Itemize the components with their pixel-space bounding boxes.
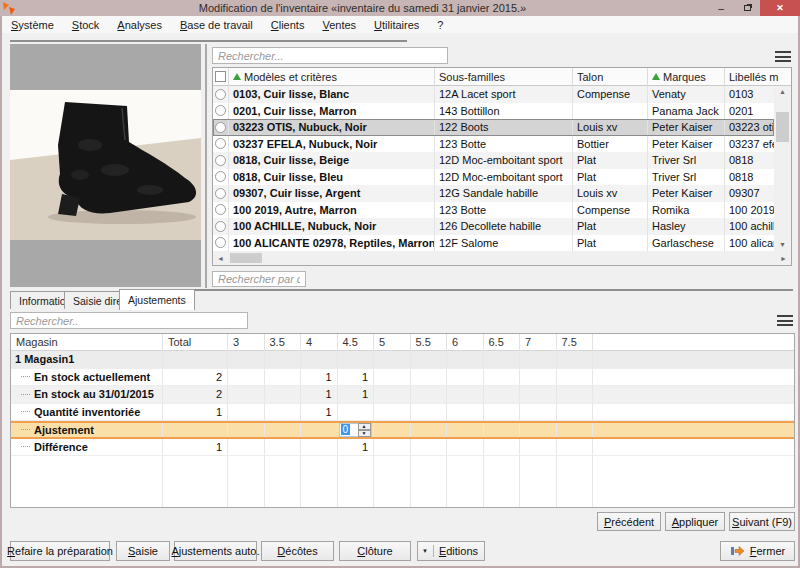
product-row[interactable]: 03223 OTIS, Nubuck, Noir122 BootsLouis x… xyxy=(213,119,774,136)
size-value-cell xyxy=(557,439,594,456)
cell xyxy=(593,386,794,403)
size-value-cell xyxy=(265,369,302,386)
size-search-input[interactable] xyxy=(10,312,248,329)
cell-subfamily: 123 Botte xyxy=(435,136,573,153)
menu-clients[interactable]: Clients xyxy=(262,18,314,32)
size-value-cell xyxy=(228,423,265,437)
row-radio[interactable] xyxy=(215,221,226,232)
menu-utilitaires[interactable]: Utilitaires xyxy=(365,18,428,32)
size-row-quantit-inventori-e[interactable]: Quantité inventoriée11 xyxy=(11,404,794,422)
scroll-left-icon[interactable]: ◄ xyxy=(213,255,228,262)
row-radio[interactable] xyxy=(215,188,226,199)
row-label-cell: En stock actuellement xyxy=(11,369,163,386)
fermer-button[interactable]: Fermer xyxy=(720,541,795,561)
size-row-ajustement[interactable]: Ajustement0▲▼ xyxy=(11,421,794,439)
menu-analyses[interactable]: Analyses xyxy=(108,18,171,32)
restore-button[interactable] xyxy=(734,0,760,16)
product-row[interactable]: 100 2019, Autre, Marron123 BotteCompense… xyxy=(213,202,774,219)
menu-ventes[interactable]: Ventes xyxy=(313,18,365,32)
previous-button[interactable]: Précédent xyxy=(597,512,661,531)
tree-branch-icon xyxy=(21,376,30,377)
cell xyxy=(520,351,557,368)
row-radio[interactable] xyxy=(215,105,226,116)
menu-stock[interactable]: Stock xyxy=(63,18,109,32)
column-header-heel[interactable]: Talon xyxy=(573,68,648,86)
spinner-up-icon[interactable]: ▲ xyxy=(358,423,371,430)
size-value-cell: 1 xyxy=(338,439,375,456)
cloture-button[interactable]: Clôture xyxy=(339,541,411,561)
cell xyxy=(374,456,411,507)
row-radio[interactable] xyxy=(215,89,226,100)
menu-help[interactable]: ? xyxy=(428,18,452,32)
store-group-row[interactable]: 1 Magasin1 xyxy=(11,351,794,369)
row-label-cell: En stock au 31/01/2015 xyxy=(11,386,163,403)
product-row[interactable]: 03237 EFELA, Nubuck, Noir123 BotteBottie… xyxy=(213,136,774,153)
close-button[interactable]: ✕ xyxy=(760,0,800,16)
next-button[interactable]: Suivant (F9) xyxy=(729,512,795,531)
apply-button[interactable]: Appliquer xyxy=(665,512,725,531)
row-radio[interactable] xyxy=(215,138,226,149)
row-select-cell xyxy=(213,169,229,186)
product-row[interactable]: 09307, Cuir lisse, Argent12G Sandale hab… xyxy=(213,185,774,202)
row-radio[interactable] xyxy=(215,237,226,248)
product-row[interactable]: 0818, Cuir lisse, Beige12D Moc-emboitant… xyxy=(213,152,774,169)
menu-systeme[interactable]: Système xyxy=(2,18,63,32)
row-radio[interactable] xyxy=(215,171,226,182)
decotes-button[interactable]: Décôtes xyxy=(261,541,334,561)
row-radio[interactable] xyxy=(215,122,226,133)
size-row-en-stock-au-31-01-2015[interactable]: En stock au 31/01/2015211 xyxy=(11,386,794,404)
cell xyxy=(520,456,557,507)
size-value-cell: 1 xyxy=(301,369,338,386)
size-value-cell xyxy=(520,404,557,421)
auto-adjustments-button[interactable]: Ajustements auto. xyxy=(174,541,257,561)
size-column-header: 6.5 xyxy=(484,334,521,351)
menu-base-de-travail[interactable]: Base de travail xyxy=(171,18,262,32)
cell-heel xyxy=(573,103,648,120)
sort-icon xyxy=(652,73,660,80)
horizontal-scrollbar[interactable]: ◄ ► xyxy=(213,251,791,265)
column-header-models[interactable]: Modèles et critères xyxy=(229,68,435,86)
scroll-down-icon[interactable]: ▼ xyxy=(775,239,790,251)
row-select-cell xyxy=(213,103,229,120)
scrollbar-thumb[interactable] xyxy=(230,253,262,263)
saisie-button[interactable]: Saisie xyxy=(116,541,170,561)
size-value-cell xyxy=(228,404,265,421)
size-row-en-stock-actuellement[interactable]: En stock actuellement211 xyxy=(11,369,794,387)
size-table-menu-icon[interactable] xyxy=(776,314,794,327)
vertical-splitter[interactable] xyxy=(205,44,207,288)
scroll-right-icon[interactable]: ► xyxy=(776,255,791,262)
product-row[interactable]: 0103, Cuir lisse, Blanc12A Lacet sportCo… xyxy=(213,86,774,103)
code-search-input[interactable] xyxy=(212,271,306,287)
tab-ajustements[interactable]: Ajustements xyxy=(119,289,195,310)
scroll-up-icon[interactable]: ▲ xyxy=(775,86,790,98)
product-table-menu-icon[interactable] xyxy=(774,50,792,63)
minimize-button[interactable]: – xyxy=(708,0,734,16)
spinner-down-icon[interactable]: ▼ xyxy=(358,430,371,437)
size-value-cell xyxy=(301,439,338,456)
empty-grid-area xyxy=(11,456,794,507)
vertical-scrollbar[interactable]: ▲ ▼ xyxy=(774,86,791,251)
cell-brand: Garlaschese xyxy=(648,235,725,252)
column-header-subfamilies[interactable]: Sous-familles xyxy=(435,68,573,86)
size-row-diff-rence[interactable]: Différence11 xyxy=(11,439,794,457)
scrollbar-thumb[interactable] xyxy=(776,112,789,142)
cell-heel: Compense xyxy=(573,202,648,219)
product-row[interactable]: 0201, Cuir lisse, Marron143 BottillonPan… xyxy=(213,103,774,120)
product-search-input[interactable] xyxy=(212,47,448,64)
row-radio[interactable] xyxy=(215,155,226,166)
column-header-labels[interactable]: Libellés m xyxy=(725,68,791,86)
tree-branch-icon xyxy=(21,429,30,430)
cell xyxy=(447,351,484,368)
row-radio[interactable] xyxy=(215,204,226,215)
select-all-checkbox[interactable] xyxy=(215,71,226,82)
product-row[interactable]: 100 ACHILLE, Nubuck, Noir126 Decollete h… xyxy=(213,218,774,235)
product-row[interactable]: 0818, Cuir lisse, Bleu12D Moc-emboitant … xyxy=(213,169,774,186)
size-value-cell xyxy=(557,386,594,403)
product-row[interactable]: 100 ALICANTE 02978, Reptiles, Marron12F … xyxy=(213,235,774,252)
adjustment-spinner[interactable]: 0▲▼ xyxy=(339,423,372,437)
column-header-brands[interactable]: Marques xyxy=(648,68,725,86)
editions-button[interactable]: ▼ Editions xyxy=(417,541,485,561)
product-photo-panel xyxy=(10,44,201,287)
redo-preparation-button[interactable]: Refaire la préparation xyxy=(10,541,110,561)
cell-model: 09307, Cuir lisse, Argent xyxy=(229,185,435,202)
